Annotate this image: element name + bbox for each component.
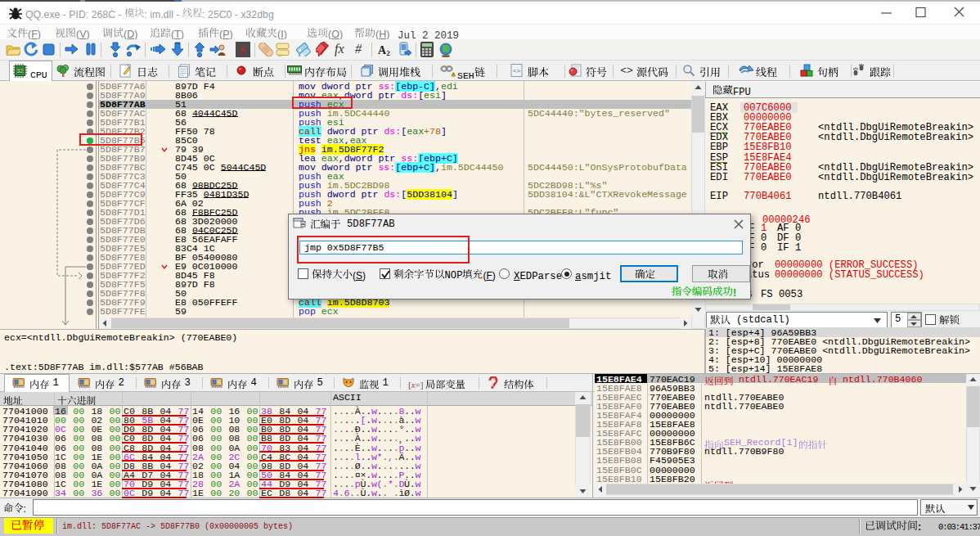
svg-text:32: 32 — [17, 68, 24, 74]
svg-text:S: S — [240, 44, 246, 56]
svg-text:<>: <> — [513, 67, 521, 74]
svg-text:<>: <> — [620, 65, 633, 76]
